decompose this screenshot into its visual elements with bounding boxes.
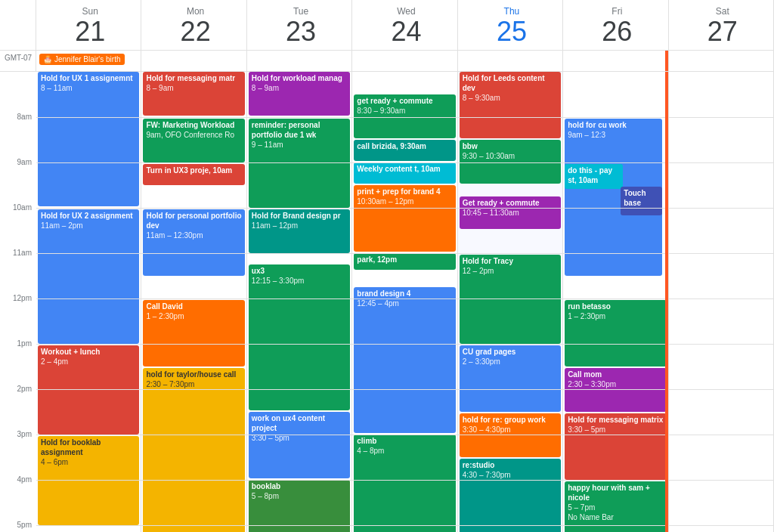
sun-label: Sun	[42, 6, 138, 17]
event-wed-7[interactable]: climb 4 – 8pm	[354, 435, 455, 532]
event-wed-6[interactable]: brand design 4 12:45 – 4pm	[354, 287, 455, 433]
allday-sat	[669, 51, 774, 71]
event-wed-1[interactable]: get ready + commute 8:30 – 9:30am	[354, 94, 455, 138]
sat-num: 27	[675, 17, 770, 47]
event-tue-3[interactable]: Hold for Brand design pr 11am – 12pm	[249, 209, 350, 253]
event-tue-1[interactable]: Hold for workload manag 8 – 9am	[249, 72, 350, 116]
col-wed: get ready + commute 8:30 – 9:30am call b…	[352, 72, 457, 532]
birthday-event[interactable]: 🎂 Jennifer Blair's birth	[39, 54, 125, 65]
allday-mon	[141, 51, 246, 71]
calendar-body: 8am 9am 10am 11am 12pm 1pm 2pm 3pm 4pm 5…	[0, 72, 774, 532]
sun-num: 21	[42, 17, 138, 47]
birthday-text: Jennifer Blair's birth	[54, 55, 121, 63]
event-fri-4[interactable]: Hold for messaging matrix 3:30 – 5pm	[565, 413, 666, 480]
mon-num: 22	[147, 17, 243, 47]
sat-label: Sat	[675, 6, 770, 17]
event-thu-2[interactable]: bbw 9:30 – 10:30am	[460, 140, 561, 184]
header-row: Sun 21 Mon 22 Tue 23 Wed 24 Thu 25 Fri 2…	[0, 0, 774, 51]
thu-label: Thu	[464, 6, 559, 17]
event-mon-5[interactable]: Call David 1 – 2:30pm	[143, 300, 244, 367]
event-thu-6[interactable]: hold for re: group work 3:30 – 4:30pm	[460, 413, 561, 457]
event-tue-6[interactable]: booklab 5 – 8pm	[249, 480, 350, 532]
time-4pm: 4pm	[17, 475, 32, 484]
time-3pm: 3pm	[17, 430, 32, 438]
birthday-icon: 🎂	[43, 55, 52, 63]
header-fri: Fri 26	[563, 0, 668, 50]
mon-label: Mon	[147, 6, 243, 17]
event-thu-4[interactable]: Hold for Tracy 12 – 2pm	[460, 255, 561, 344]
event-mon-3[interactable]: Turn in UX3 proje, 10am	[143, 164, 244, 185]
event-sun-2[interactable]: Hold for UX 2 assignment 11am – 2pm	[38, 209, 139, 344]
allday-label-cell: GMT-07	[0, 51, 36, 71]
event-fri-2[interactable]: run betasso 1 – 2:30pm	[565, 300, 666, 367]
event-wed-4[interactable]: print + prep for brand 4 10:30am – 12pm	[354, 185, 455, 252]
allday-fri	[563, 51, 668, 71]
event-thu-1[interactable]: Hold for Leeds content dev 8 – 9:30am	[460, 72, 561, 138]
thu-num: 25	[464, 17, 559, 47]
allday-sun: 🎂 Jennifer Blair's birth	[36, 51, 141, 71]
time-2pm: 2pm	[17, 385, 32, 393]
event-thu-5[interactable]: CU grad pages 2 – 3:30pm	[460, 345, 561, 412]
event-sun-4[interactable]: Hold for booklab assignment 4 – 6pm	[38, 436, 139, 525]
wed-label: Wed	[358, 6, 454, 17]
wed-num: 24	[358, 17, 454, 47]
time-12pm: 12pm	[13, 294, 32, 302]
col-tue: Hold for workload manag 8 – 9am reminder…	[247, 72, 352, 532]
allday-tue	[247, 51, 352, 71]
time-1pm: 1pm	[17, 339, 32, 348]
allday-wed	[352, 51, 457, 71]
allday-thu	[458, 51, 563, 71]
fri-num: 26	[569, 17, 664, 47]
time-5pm: 5pm	[17, 521, 32, 529]
event-thu-3[interactable]: Get ready + commute 10:45 – 11:30am	[460, 196, 561, 229]
gmt-label: GMT-07	[2, 52, 34, 62]
event-mon-4[interactable]: Hold for personal portfolio dev 11am – 1…	[143, 209, 244, 276]
time-10am: 10am	[13, 203, 32, 212]
col-sat	[669, 72, 774, 532]
event-fri-3[interactable]: Call mom 2:30 – 3:30pm	[565, 368, 666, 412]
tue-num: 23	[253, 17, 348, 47]
event-mon-2[interactable]: FW: Marketing Workload 9am, OFO Conferen…	[143, 119, 244, 162]
event-tue-5[interactable]: work on ux4 content project 3:30 – 5pm	[249, 412, 350, 478]
today-accent	[665, 51, 668, 71]
tue-label: Tue	[253, 6, 348, 17]
time-11am: 11am	[13, 249, 32, 257]
allday-row: GMT-07 🎂 Jennifer Blair's birth	[0, 51, 774, 72]
grid-area: Hold for UX 1 assignemnt 8 – 11am Hold f…	[36, 72, 774, 532]
header-sun: Sun 21	[36, 0, 141, 50]
event-mon-1[interactable]: Hold for messaging matr 8 – 9am	[143, 72, 244, 116]
event-mon-6[interactable]: hold for taylor/house call 2:30 – 7:30pm	[143, 368, 244, 532]
fri-label: Fri	[569, 6, 664, 17]
gmt-header	[0, 0, 36, 50]
fri-accent	[665, 72, 668, 532]
event-tue-2[interactable]: reminder: personal portfolio due 1 wk 9 …	[249, 119, 350, 208]
event-sun-3[interactable]: Workout + lunch 2 – 4pm	[38, 345, 139, 435]
header-thu: Thu 25	[458, 0, 563, 50]
col-fri: hold for cu work 9am – 12:3 do this - pa…	[563, 72, 668, 532]
time-9am: 9am	[17, 158, 32, 166]
col-mon: Hold for messaging matr 8 – 9am FW: Mark…	[141, 72, 246, 532]
event-fri-touch[interactable]: do this - pay st, 10am	[565, 164, 622, 189]
event-sun-1[interactable]: Hold for UX 1 assignemnt 8 – 11am	[38, 72, 139, 206]
event-wed-5[interactable]: park, 12pm	[354, 253, 455, 270]
event-thu-7[interactable]: re:studio 4:30 – 7:30pm	[460, 459, 561, 532]
col-sun: Hold for UX 1 assignemnt 8 – 11am Hold f…	[36, 72, 141, 532]
time-column: 8am 9am 10am 11am 12pm 1pm 2pm 3pm 4pm 5…	[0, 72, 36, 532]
time-8am: 8am	[17, 113, 32, 121]
calendar-container: Sun 21 Mon 22 Tue 23 Wed 24 Thu 25 Fri 2…	[0, 0, 774, 532]
col-thu: Hold for Leeds content dev 8 – 9:30am bb…	[458, 72, 563, 532]
event-wed-3[interactable]: Weekly content t, 10am	[354, 162, 455, 184]
header-mon: Mon 22	[141, 0, 246, 50]
event-fri-touchbase[interactable]: Touch base	[621, 187, 661, 215]
event-wed-2[interactable]: call brizida, 9:30am	[354, 140, 455, 161]
header-wed: Wed 24	[352, 0, 457, 50]
header-sat: Sat 27	[669, 0, 774, 50]
header-tue: Tue 23	[247, 0, 352, 50]
